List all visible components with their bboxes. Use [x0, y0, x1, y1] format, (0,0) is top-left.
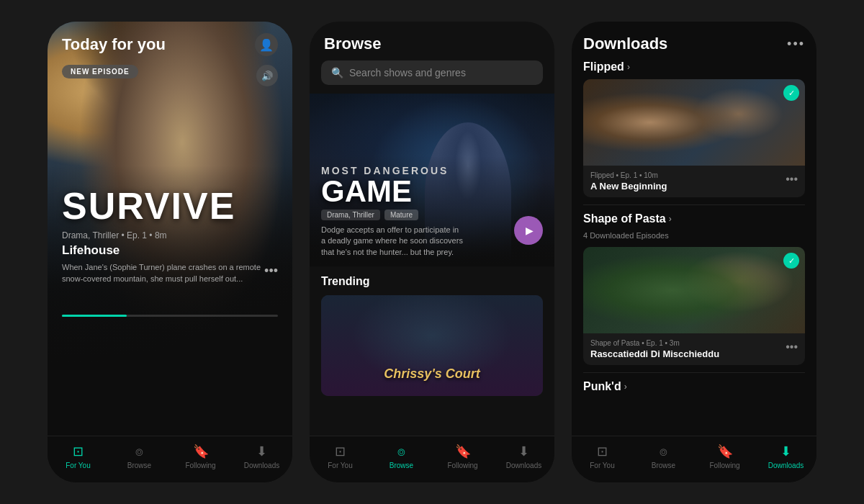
section-divider-2: [583, 372, 805, 373]
browse-label-2: Browse: [390, 462, 413, 469]
hero-section: Today for you 👤 NEW EPISODE 🔊 SURVIVE Dr…: [48, 22, 292, 367]
flipped-episode-thumb: ✓: [583, 79, 805, 166]
downloads-page-title: Downloads: [583, 35, 667, 53]
for-you-icon: ⊡: [73, 444, 84, 459]
trending-show-title: Chrissy's Court: [384, 366, 480, 382]
for-you-label: For You: [66, 462, 90, 469]
bottom-nav-phone1: ⊡ For You ⌾ Browse 🔖 Following ⬇ Downloa…: [48, 436, 292, 482]
trending-section: Trending Chrissy's Court: [310, 266, 554, 396]
downloads-label-3: Downloads: [768, 462, 804, 469]
downloads-icon: ⬇: [256, 444, 267, 459]
phone2-header: Browse: [310, 22, 554, 60]
following-icon: 🔖: [193, 444, 209, 459]
genre-tag: Drama, Thriller: [321, 210, 380, 220]
bottom-nav-phone3: ⊡ For You ⌾ Browse 🔖 Following ⬇ Downloa…: [572, 436, 816, 482]
flipped-episode-details: Flipped • Ep. 1 • 10m A New Beginning: [590, 171, 667, 192]
nav-browse-3[interactable]: ⌾ Browse: [633, 444, 694, 469]
following-icon-3: 🔖: [717, 444, 733, 459]
progress-bar-fill: [62, 315, 127, 317]
for-you-icon-3: ⊡: [597, 444, 608, 459]
pasta-chevron-icon: ›: [669, 214, 672, 224]
pasta-sub-label: 4 Downloaded Episodes: [583, 231, 805, 240]
following-icon-2: 🔖: [455, 444, 471, 459]
nav-browse-2[interactable]: ⌾ Browse: [371, 444, 432, 469]
nav-downloads-3[interactable]: ⬇ Downloads: [755, 444, 816, 469]
hero-title: SURVIVE: [62, 187, 278, 225]
pasta-episode-thumb: ✓: [583, 247, 805, 333]
following-label-2: Following: [447, 462, 477, 469]
search-icon: 🔍: [331, 67, 343, 78]
trending-card[interactable]: Chrissy's Court: [321, 295, 543, 396]
show-name: Lifehouse: [62, 243, 278, 258]
browse-label: Browse: [127, 462, 151, 469]
pasta-section-header: Shape of Pasta ›: [583, 212, 805, 225]
nav-for-you[interactable]: ⊡ For You: [48, 444, 109, 469]
downloads-content: Flipped › ✓ Flipped • Ep. 1 • 10m A New …: [572, 60, 816, 482]
featured-description: Dodge accepts an offer to participate in…: [321, 225, 465, 258]
following-label-3: Following: [709, 462, 739, 469]
phone-today: Today for you 👤 NEW EPISODE 🔊 SURVIVE Dr…: [48, 22, 292, 482]
phone3-header: Downloads •••: [572, 22, 816, 60]
pasta-episode-card[interactable]: ✓ Shape of Pasta • Ep. 1 • 3m Rasccatied…: [583, 247, 805, 365]
phone-downloads: Downloads ••• Flipped › ✓ Flipped • Ep. …: [572, 22, 816, 482]
browse-label-3: Browse: [652, 462, 675, 469]
progress-bar-container: [62, 315, 278, 317]
flipped-episode-info: Flipped • Ep. 1 • 10m A New Beginning ••…: [583, 166, 805, 197]
following-label: Following: [185, 462, 215, 469]
episode-more-dots[interactable]: •••: [786, 173, 798, 186]
trending-label: Trending: [321, 275, 543, 288]
search-placeholder: Search shows and genres: [349, 67, 466, 78]
sound-icon[interactable]: 🔊: [256, 65, 278, 86]
nav-for-you-3[interactable]: ⊡ For You: [572, 444, 633, 469]
user-avatar[interactable]: 👤: [255, 33, 278, 56]
nav-for-you-2[interactable]: ⊡ For You: [310, 444, 371, 469]
bottom-nav-phone2: ⊡ For You ⌾ Browse 🔖 Following ⬇ Downloa…: [310, 436, 554, 482]
for-you-icon-2: ⊡: [335, 444, 346, 459]
featured-title-large: GAME: [321, 178, 543, 205]
pasta-title[interactable]: Shape of Pasta: [583, 212, 666, 225]
downloads-label: Downloads: [244, 462, 279, 469]
hero-text-block: SURVIVE Drama, Thriller • Ep. 1 • 8m Lif…: [62, 187, 278, 284]
nav-following-3[interactable]: 🔖 Following: [694, 444, 755, 469]
pasta-episode-details: Shape of Pasta • Ep. 1 • 3m Rasccatieddi…: [590, 339, 719, 359]
play-button[interactable]: ▶: [514, 216, 543, 245]
more-options-icon[interactable]: •••: [787, 37, 805, 52]
downloads-icon-2: ⬇: [518, 444, 529, 459]
punkd-section-header: Punk'd ›: [583, 380, 805, 393]
browse-icon-3: ⌾: [660, 444, 667, 459]
flipped-title[interactable]: Flipped: [583, 60, 624, 73]
flipped-episode-card[interactable]: ✓ Flipped • Ep. 1 • 10m A New Beginning …: [583, 79, 805, 197]
featured-overlay: Most Dangerous GAME Drama, Thriller Matu…: [310, 156, 554, 266]
browse-icon-2: ⌾: [397, 444, 405, 459]
downloads-label-2: Downloads: [506, 462, 541, 469]
nav-following-2[interactable]: 🔖 Following: [432, 444, 493, 469]
flipped-episode-meta: Flipped • Ep. 1 • 10m: [590, 171, 667, 179]
episode-meta: Drama, Thriller • Ep. 1 • 8m: [62, 230, 278, 240]
nav-following[interactable]: 🔖 Following: [170, 444, 231, 469]
browse-page-title: Browse: [324, 35, 381, 53]
flipped-chevron-icon: ›: [627, 62, 630, 72]
rating-tag: Mature: [384, 210, 418, 220]
downloaded-check-icon: ✓: [783, 85, 799, 101]
browse-icon: ⌾: [135, 444, 143, 459]
punkd-chevron-icon: ›: [624, 382, 627, 392]
pasta-episode-title: Rasccatieddi Di Miscchieddu: [590, 348, 719, 359]
section-divider-1: [583, 204, 805, 205]
downloads-icon-3: ⬇: [780, 444, 791, 459]
search-bar[interactable]: 🔍 Search shows and genres: [321, 60, 543, 85]
flipped-section-header: Flipped ›: [583, 60, 805, 73]
pasta-episode-meta: Shape of Pasta • Ep. 1 • 3m: [590, 339, 719, 347]
nav-downloads[interactable]: ⬇ Downloads: [231, 444, 292, 469]
phone1-header: Today for you 👤: [48, 22, 292, 62]
for-you-label-2: For You: [328, 462, 352, 469]
featured-tags: Drama, Thriller Mature: [321, 210, 543, 220]
featured-show-section[interactable]: Most Dangerous GAME Drama, Thriller Matu…: [310, 94, 554, 266]
pasta-episode-info: Shape of Pasta • Ep. 1 • 3m Rasccatieddi…: [583, 333, 805, 365]
nav-downloads-2[interactable]: ⬇ Downloads: [493, 444, 554, 469]
phone-browse: Browse 🔍 Search shows and genres Most Da…: [310, 22, 554, 482]
show-description: When Jane's (Sophie Turner) plane crashe…: [62, 262, 278, 284]
nav-browse[interactable]: ⌾ Browse: [109, 444, 170, 469]
pasta-episode-more-dots[interactable]: •••: [786, 341, 798, 354]
more-options-dots[interactable]: •••: [264, 264, 278, 279]
punkd-title[interactable]: Punk'd: [583, 380, 621, 393]
